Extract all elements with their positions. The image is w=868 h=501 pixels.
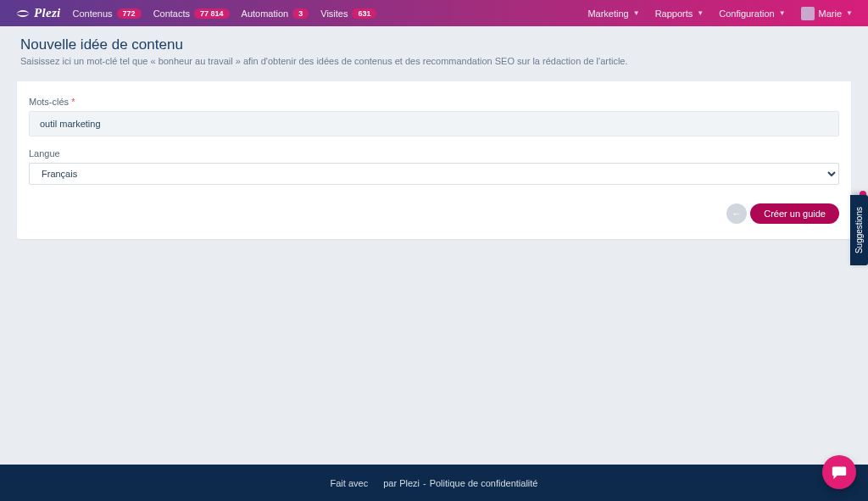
nav-item-automation[interactable]: Automation 3 [242,8,309,19]
chat-launcher[interactable] [822,455,856,489]
chevron-down-icon: ▼ [697,9,704,17]
badge: 631 [352,8,376,19]
nav-item-rapports[interactable]: Rapports ▼ [655,8,704,19]
language-label: Langue [29,148,839,159]
arrow-left-icon: ← [732,208,742,220]
page-title: Nouvelle idée de contenu [20,36,848,53]
card-actions: ← Créer un guide [29,203,839,224]
chevron-down-icon: ▼ [633,9,640,17]
badge: 772 [117,8,142,19]
nav-item-marketing[interactable]: Marketing ▼ [587,8,639,19]
nav-item-contacts[interactable]: Contacts 77 814 [153,8,230,19]
logo-icon [15,8,31,19]
form-card: Mots-clés * Langue Français ← Créer un g… [17,81,851,239]
nav-left: Contenus 772 Contacts 77 814 Automation … [73,8,377,19]
chevron-down-icon: ▼ [846,9,853,17]
privacy-link[interactable]: Politique de confidentialité [430,478,538,488]
badge: 3 [292,8,309,19]
brand-name: Plezi [34,6,61,20]
avatar [801,7,815,20]
chat-icon [831,465,848,480]
badge: 77 814 [194,8,230,19]
page-header: Nouvelle idée de contenu Saisissez ici u… [0,26,868,69]
nav-item-visites[interactable]: Visites 631 [320,8,376,19]
top-nav: Plezi Contenus 772 Contacts 77 814 Autom… [0,0,868,26]
nav-item-configuration[interactable]: Configuration ▼ [719,8,785,19]
keyword-input[interactable] [29,111,839,136]
brand[interactable]: Plezi [15,6,61,20]
suggestions-tab[interactable]: Suggestions [850,195,868,265]
keyword-label: Mots-clés * [29,97,839,107]
language-select[interactable]: Français [29,163,839,185]
user-menu[interactable]: Marie ▼ [801,7,853,20]
page-subtitle: Saisissez ici un mot-clé tel que « bonhe… [20,56,848,66]
create-guide-button[interactable]: Créer un guide [750,203,839,224]
nav-right: Marketing ▼ Rapports ▼ Configuration ▼ M… [587,7,853,20]
back-button[interactable]: ← [726,203,747,224]
nav-item-contenus[interactable]: Contenus 772 [73,8,142,19]
footer: Fait avec par Plezi - Politique de confi… [0,465,868,501]
footer-by: par Plezi [383,478,420,488]
footer-made-with: Fait avec [331,478,369,488]
required-mark: * [71,97,75,107]
chevron-down-icon: ▼ [779,9,786,17]
user-name: Marie [819,8,843,19]
